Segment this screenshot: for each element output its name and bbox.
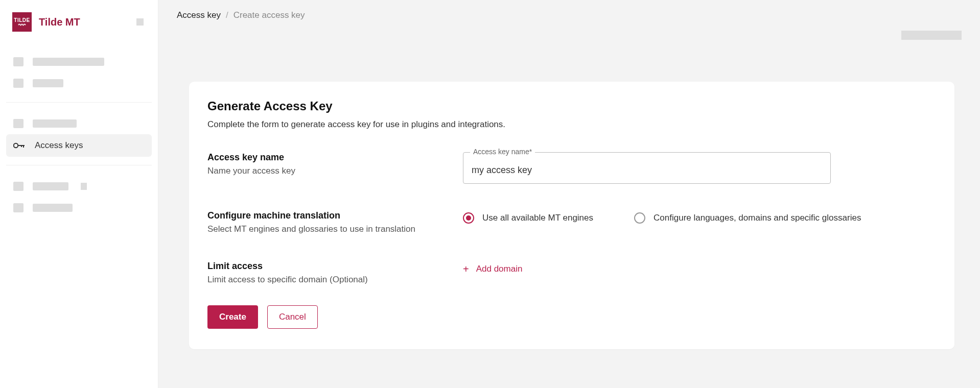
sidebar-item-placeholder[interactable] [6, 51, 152, 72]
form-row-mt: Configure machine translation Select MT … [207, 210, 936, 234]
header-action-placeholder[interactable] [901, 31, 962, 40]
radio-icon [463, 212, 474, 224]
nav-icon-placeholder [13, 79, 24, 88]
sidebar: TILDE 〰 Tilde MT [0, 0, 158, 388]
breadcrumb-current: Create access key [234, 10, 305, 20]
nav-badge-placeholder [81, 183, 87, 190]
radio-icon [634, 212, 645, 224]
access-key-name-field: Access key name* [463, 152, 831, 184]
nav-icon-placeholder [13, 57, 24, 66]
sidebar-item-placeholder[interactable] [6, 113, 152, 134]
form-row-limit: Limit access Limit access to specific do… [207, 261, 936, 285]
form-actions: Create Cancel [207, 305, 936, 329]
access-key-name-label: Access key name* [470, 148, 535, 156]
nav-icon-placeholder [13, 119, 24, 128]
cancel-button[interactable]: Cancel [267, 305, 318, 329]
sidebar-item-placeholder[interactable] [6, 176, 152, 197]
nav-label-placeholder [33, 182, 68, 190]
nav-label-placeholder [33, 204, 73, 212]
create-button[interactable]: Create [207, 305, 258, 329]
radio-label: Use all available MT engines [482, 213, 593, 223]
field-desc-limit: Limit access to specific domain (Optiona… [207, 275, 442, 285]
brand[interactable]: TILDE 〰 Tilde MT [6, 12, 152, 47]
nav-label-placeholder [33, 119, 77, 128]
main-content: Access key / Create access key Generate … [158, 0, 980, 388]
nav-icon-placeholder [13, 182, 24, 191]
add-domain-button[interactable]: + Add domain [463, 261, 936, 274]
plus-icon: + [463, 264, 469, 274]
nav-icon-placeholder [13, 203, 24, 212]
form-row-name: Access key name Name your access key Acc… [207, 152, 936, 184]
page-subtitle: Complete the form to generate access key… [207, 119, 936, 130]
svg-rect-3 [21, 145, 22, 147]
breadcrumb-separator: / [226, 10, 228, 20]
sidebar-divider [6, 102, 152, 103]
brand-logo-wave-icon: 〰 [18, 23, 26, 27]
access-key-name-input[interactable] [463, 152, 831, 184]
page-title: Generate Access Key [207, 99, 936, 113]
svg-point-0 [14, 143, 18, 148]
field-title-mt: Configure machine translation [207, 210, 442, 221]
field-title-limit: Limit access [207, 261, 442, 272]
sidebar-item-access-keys[interactable]: Access keys [6, 134, 152, 157]
sidebar-item-placeholder[interactable] [6, 197, 152, 219]
brand-name: Tilde MT [39, 16, 80, 28]
breadcrumb: Access key / Create access key [158, 0, 980, 31]
field-desc-name: Name your access key [207, 166, 442, 176]
mt-radio-group: Use all available MT engines Configure l… [463, 210, 936, 224]
sidebar-item-label: Access keys [35, 140, 83, 151]
svg-rect-2 [23, 145, 24, 148]
radio-use-all-engines[interactable]: Use all available MT engines [463, 212, 593, 224]
key-icon [13, 142, 26, 149]
nav-label-placeholder [33, 58, 104, 66]
sidebar-item-placeholder[interactable] [6, 72, 152, 94]
add-domain-label: Add domain [476, 264, 523, 274]
field-title-name: Access key name [207, 152, 442, 163]
radio-configure-engines[interactable]: Configure languages, domains and specifi… [634, 212, 861, 224]
radio-label: Configure languages, domains and specifi… [654, 213, 861, 223]
form-card: Generate Access Key Complete the form to… [189, 82, 954, 349]
field-desc-mt: Select MT engines and glossaries to use … [207, 224, 442, 234]
brand-logo-icon: TILDE 〰 [12, 12, 32, 32]
sidebar-collapse-icon[interactable] [136, 18, 144, 26]
sidebar-divider [6, 165, 152, 165]
breadcrumb-parent[interactable]: Access key [177, 10, 221, 20]
nav-label-placeholder [33, 79, 63, 87]
